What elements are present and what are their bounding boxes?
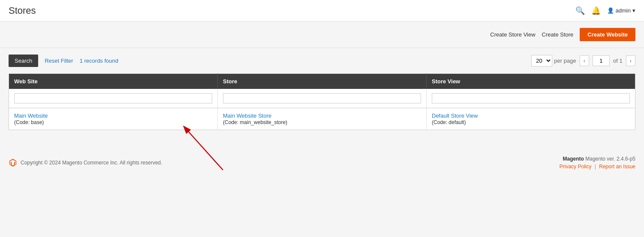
footer-separator: |	[595, 164, 596, 170]
filter-cell-store-view	[427, 89, 635, 108]
magento-version-text: Magento ver. 2.4.6-p5	[585, 156, 635, 162]
col-header-website: Web Site	[9, 74, 218, 89]
search-button[interactable]: Search	[9, 55, 38, 67]
top-header: Stores 🔍 🔔 👤 admin ▾	[0, 0, 644, 21]
prev-page-button[interactable]: ‹	[580, 55, 589, 66]
records-count: 1 records found	[80, 58, 118, 64]
table-wrapper: Web Site Store Store View	[9, 73, 635, 130]
store-code: (Code: main_website_store)	[223, 119, 287, 125]
user-chevron-icon: ▾	[632, 7, 635, 14]
reset-filter-button[interactable]: Reset Filter	[45, 58, 73, 64]
per-page-label: per page	[554, 58, 576, 64]
page-total: of 1	[613, 58, 623, 64]
current-page-input[interactable]	[593, 55, 610, 66]
per-page-dropdown[interactable]: 20 30 50	[531, 55, 552, 67]
footer-left: Copyright © 2024 Magento Commerce Inc. A…	[9, 158, 162, 167]
content-area: Search Reset Filter 1 records found 20 3…	[0, 48, 644, 137]
cell-store: Main Website Store (Code: main_website_s…	[218, 108, 427, 130]
magento-logo-icon	[9, 158, 17, 167]
per-page-select: 20 30 50 per page	[531, 55, 576, 67]
admin-username: admin	[616, 7, 631, 14]
store-view-code: (Code: default)	[432, 119, 466, 125]
search-icon[interactable]: 🔍	[575, 6, 585, 15]
pagination: 20 30 50 per page ‹ of 1 ›	[531, 55, 635, 67]
action-bar: Create Store View Create Store Create We…	[0, 21, 644, 48]
website-code: (Code: base)	[14, 119, 44, 125]
stores-table: Web Site Store Store View	[9, 73, 635, 130]
col-header-store-view: Store View	[427, 74, 635, 89]
store-view-link[interactable]: Default Store View	[432, 112, 630, 119]
user-icon: 👤	[607, 7, 614, 14]
filter-input-store-view[interactable]	[432, 93, 630, 103]
magento-brand-label: Magento	[563, 156, 584, 162]
create-store-view-button[interactable]: Create Store View	[490, 31, 535, 38]
table-header-row: Web Site Store Store View	[9, 74, 635, 89]
filter-cell-website	[9, 89, 218, 108]
admin-user-menu[interactable]: 👤 admin ▾	[607, 7, 635, 14]
filter-cell-store	[218, 89, 427, 108]
privacy-policy-link[interactable]: Privacy Policy	[560, 164, 592, 170]
footer-links: Privacy Policy | Report an Issue	[560, 164, 635, 170]
footer-right: Magento Magento ver. 2.4.6-p5 Privacy Po…	[560, 156, 635, 170]
table-row: Main Website (Code: base) Main Website S…	[9, 108, 635, 130]
cell-website: Main Website (Code: base)	[9, 108, 218, 130]
filter-input-row	[9, 89, 635, 108]
cell-store-view: Default Store View (Code: default)	[427, 108, 635, 130]
store-link[interactable]: Main Website Store	[223, 112, 421, 119]
filter-bar: Search Reset Filter 1 records found 20 3…	[9, 55, 635, 67]
next-page-button[interactable]: ›	[626, 55, 635, 66]
bell-icon[interactable]: 🔔	[591, 6, 601, 15]
report-issue-link[interactable]: Report an Issue	[599, 164, 635, 170]
website-link[interactable]: Main Website	[14, 112, 212, 119]
footer-copyright: Copyright © 2024 Magento Commerce Inc. A…	[21, 160, 162, 166]
header-actions: 🔍 🔔 👤 admin ▾	[575, 6, 635, 15]
create-store-button[interactable]: Create Store	[542, 31, 574, 38]
col-header-store: Store	[218, 74, 427, 89]
filter-input-website[interactable]	[14, 93, 212, 103]
filter-input-store[interactable]	[223, 93, 421, 103]
create-website-button[interactable]: Create Website	[580, 28, 635, 41]
footer: Copyright © 2024 Magento Commerce Inc. A…	[0, 149, 644, 176]
page-title: Stores	[9, 5, 36, 16]
magento-version: Magento Magento ver. 2.4.6-p5	[560, 156, 635, 162]
